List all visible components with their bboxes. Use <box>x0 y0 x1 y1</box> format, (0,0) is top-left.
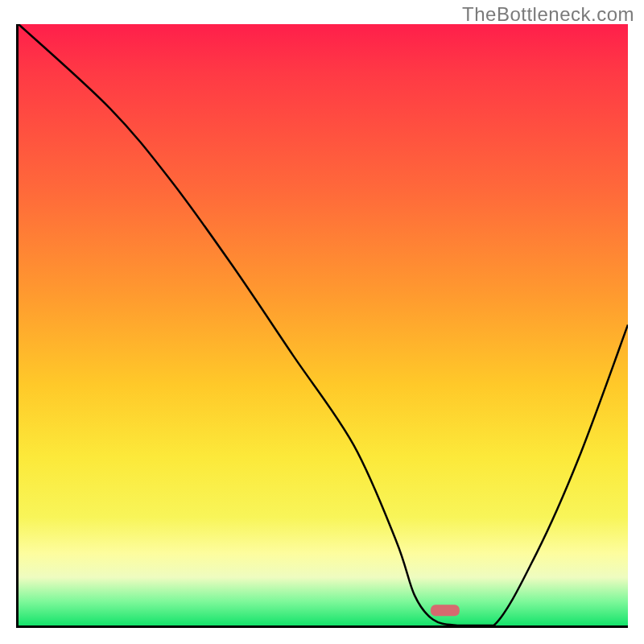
plot-area <box>16 24 628 628</box>
optimum-marker <box>431 605 460 616</box>
curve-path <box>19 24 628 625</box>
watermark-text: TheBottleneck.com <box>462 3 634 26</box>
chart-container: TheBottleneck.com <box>0 0 644 644</box>
chart-svg <box>19 24 628 625</box>
